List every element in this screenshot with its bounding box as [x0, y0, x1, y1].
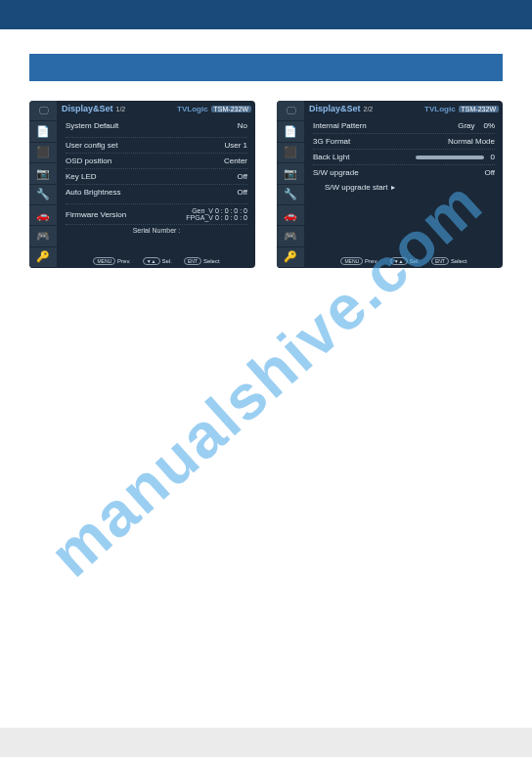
- footer-sel: ▼▲Sel.: [143, 257, 172, 265]
- row-serial: Serial Number :: [66, 224, 247, 236]
- square-icon[interactable]: ⬛: [29, 143, 57, 163]
- menu-btn-icon: MENU: [93, 257, 115, 265]
- updown-btn-icon: ▼▲: [390, 257, 408, 265]
- footer-select: ENTSelect: [184, 257, 220, 265]
- row-internal-pattern[interactable]: Internal Pattern Gray 0%: [313, 118, 495, 133]
- label: S/W upgrade start ▸: [313, 183, 395, 192]
- osd-body: System Default No User config set User 1…: [58, 116, 255, 254]
- label: S/W upgrade: [313, 168, 359, 177]
- value: Gray: [458, 121, 474, 130]
- screenshots-row: 🖵 📄 ⬛ 📷 🔧 🚗 🎮 🔑 Display&Set 1/2 TVLogic …: [29, 101, 503, 268]
- chevron-right-icon: ▸: [391, 183, 395, 192]
- osd-sidebar: 🖵 📄 ⬛ 📷 🔧 🚗 🎮 🔑: [277, 101, 305, 268]
- updown-btn-icon: ▼▲: [143, 257, 160, 265]
- label: Key LED: [66, 172, 97, 181]
- osd-brand: TVLogic: [177, 105, 208, 113]
- label: User config set: [66, 141, 117, 150]
- osd-brand: TVLogic: [424, 105, 456, 113]
- value: Off: [237, 172, 247, 181]
- osd-header: Display&Set 2/2 TVLogic TSM-232W: [305, 101, 503, 116]
- osd-model: TSM-232W: [211, 106, 251, 112]
- row-3g-format[interactable]: 3G Format Normal Mode: [313, 133, 495, 149]
- document-icon[interactable]: 📄: [29, 121, 57, 142]
- osd-title: Display&Set: [309, 104, 361, 113]
- row-sw-upgrade-start[interactable]: S/W upgrade start ▸: [313, 180, 495, 195]
- footer-prev: MENUPrev.: [93, 257, 130, 265]
- key-icon[interactable]: 🔑: [277, 247, 304, 268]
- camera-icon[interactable]: 📷: [277, 163, 304, 184]
- label: Internal Pattern: [313, 121, 367, 130]
- label: Firmware Version: [66, 210, 126, 219]
- key-icon[interactable]: 🔑: [29, 247, 57, 268]
- row-user-config[interactable]: User config set User 1: [66, 137, 247, 153]
- value: 0: [491, 153, 495, 161]
- osd-footer: MENUPrev. ▼▲Sel. ENTSelect: [58, 254, 255, 268]
- label: 3G Format: [313, 137, 350, 146]
- footer-prev: MENUPrev.: [340, 257, 377, 265]
- value: Off: [237, 188, 247, 197]
- slider-group[interactable]: 0: [416, 153, 495, 161]
- top-bar: [0, 0, 532, 29]
- section-banner: [29, 54, 503, 81]
- row-key-led[interactable]: Key LED Off: [66, 168, 247, 184]
- row-firmware: Firmware Version Gen_V 0 : 0 : 0 : 0 FPG…: [66, 203, 247, 224]
- label: Back Light: [313, 153, 349, 161]
- label: Auto Brightness: [66, 188, 120, 197]
- osd-page: 1/2: [116, 106, 126, 112]
- fw-line-2: FPGA_V 0 : 0 : 0 : 0: [186, 214, 247, 221]
- tool-icon[interactable]: 🔧: [29, 185, 57, 205]
- osd-screen-2: 🖵 📄 ⬛ 📷 🔧 🚗 🎮 🔑 Display&Set 2/2 TVLogic …: [277, 101, 503, 268]
- osd-footer: MENUPrev. ▼▲Sel. ENTSelect: [305, 254, 503, 268]
- monitor-icon[interactable]: 🖵: [29, 101, 57, 121]
- osd-title: Display&Set: [62, 104, 113, 113]
- row-system-default[interactable]: System Default No: [66, 118, 247, 133]
- controller-icon[interactable]: 🎮: [277, 226, 304, 246]
- camera-icon[interactable]: 📷: [29, 163, 57, 184]
- content-area: 🖵 📄 ⬛ 📷 🔧 🚗 🎮 🔑 Display&Set 1/2 TVLogic …: [0, 29, 532, 292]
- percent: 0%: [483, 121, 495, 130]
- value: Gen_V 0 : 0 : 0 : 0 FPGA_V 0 : 0 : 0 : 0: [186, 207, 247, 221]
- value: No: [238, 121, 247, 130]
- controller-icon[interactable]: 🎮: [29, 226, 57, 246]
- label: OSD position: [66, 156, 111, 165]
- vehicle-icon[interactable]: 🚗: [29, 205, 57, 226]
- row-osd-position[interactable]: OSD position Center: [66, 153, 247, 168]
- value: Off: [484, 168, 495, 177]
- monitor-icon[interactable]: 🖵: [277, 101, 304, 121]
- bottom-bar: [0, 728, 532, 757]
- value: Center: [224, 156, 247, 165]
- ent-btn-icon: ENT: [431, 257, 449, 265]
- osd-page: 2/2: [364, 106, 374, 112]
- value: Normal Mode: [448, 137, 495, 146]
- osd-screen-1: 🖵 📄 ⬛ 📷 🔧 🚗 🎮 🔑 Display&Set 1/2 TVLogic …: [29, 101, 255, 268]
- square-icon[interactable]: ⬛: [277, 143, 304, 163]
- row-auto-brightness[interactable]: Auto Brightness Off: [66, 184, 247, 200]
- slider-track[interactable]: [416, 156, 484, 159]
- value-group: Gray 0%: [458, 121, 495, 130]
- osd-model: TSM-232W: [459, 106, 499, 112]
- osd-body: Internal Pattern Gray 0% 3G Format Norma…: [305, 116, 503, 254]
- osd-sidebar: 🖵 📄 ⬛ 📷 🔧 🚗 🎮 🔑: [29, 101, 58, 268]
- vehicle-icon[interactable]: 🚗: [277, 205, 304, 226]
- row-sw-upgrade[interactable]: S/W upgrade Off: [313, 164, 495, 180]
- label: System Default: [66, 121, 118, 130]
- menu-btn-icon: MENU: [340, 257, 363, 265]
- osd-main: Display&Set 2/2 TVLogic TSM-232W Interna…: [305, 101, 503, 268]
- row-back-light[interactable]: Back Light 0: [313, 149, 495, 164]
- footer-select: ENTSelect: [431, 257, 467, 265]
- tool-icon[interactable]: 🔧: [277, 185, 304, 205]
- value: User 1: [224, 141, 247, 150]
- osd-header: Display&Set 1/2 TVLogic TSM-232W: [58, 101, 255, 116]
- fw-line-1: Gen_V 0 : 0 : 0 : 0: [192, 207, 247, 214]
- document-icon[interactable]: 📄: [277, 121, 304, 142]
- ent-btn-icon: ENT: [184, 257, 201, 265]
- osd-main: Display&Set 1/2 TVLogic TSM-232W System …: [58, 101, 255, 268]
- footer-sel: ▼▲Sel.: [390, 257, 420, 265]
